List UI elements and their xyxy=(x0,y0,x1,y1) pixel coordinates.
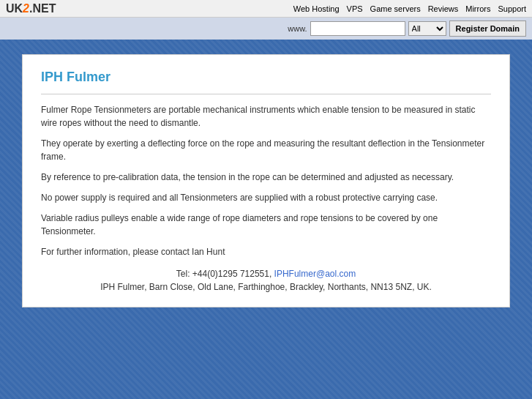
logo-net: .NET xyxy=(29,2,56,15)
logo-two: 2 xyxy=(23,2,29,15)
nav-support[interactable]: Support xyxy=(498,4,526,13)
www-label: www. xyxy=(288,24,307,33)
nav-reviews[interactable]: Reviews xyxy=(428,4,459,13)
tld-select[interactable]: All .com .net .org .co.uk xyxy=(408,21,446,36)
main: IPH Fulmer Fulmer Rope Tensionmeters are… xyxy=(0,40,532,322)
register-domain-button[interactable]: Register Domain xyxy=(449,20,526,37)
paragraph-3: By reference to pre-calibration data, th… xyxy=(41,171,491,184)
phone-text: Tel: +44(0)1295 712551, xyxy=(176,269,274,279)
contact-info: Tel: +44(0)1295 712551, IPHFulmer@aol.co… xyxy=(41,269,491,279)
paragraph-2: They operate by exerting a deflecting fo… xyxy=(41,137,491,163)
nav-web-hosting[interactable]: Web Hosting xyxy=(293,4,340,13)
logo: UK2.NET xyxy=(6,2,56,15)
header: UK2.NET Web Hosting VPS Game servers Rev… xyxy=(0,0,532,18)
divider xyxy=(41,94,491,94)
nav-game-servers[interactable]: Game servers xyxy=(370,4,421,13)
paragraph-5: Variable radius pulleys enable a wide ra… xyxy=(41,212,491,238)
logo-uk: UK xyxy=(6,2,23,15)
page-title: IPH Fulmer xyxy=(41,70,491,85)
nav-mirrors[interactable]: Mirrors xyxy=(465,4,490,13)
paragraph-6: For further information, please contact … xyxy=(41,245,491,258)
paragraph-4: No power supply is required and all Tens… xyxy=(41,191,491,204)
address-line: IPH Fulmer, Barn Close, Old Lane, Farthi… xyxy=(41,282,491,292)
paragraph-1: Fulmer Rope Tensionmeters are portable m… xyxy=(41,103,491,130)
contact-email-link[interactable]: IPHFulmer@aol.com xyxy=(274,269,356,279)
search-input[interactable] xyxy=(310,21,405,36)
content-box: IPH Fulmer Fulmer Rope Tensionmeters are… xyxy=(22,54,510,307)
nav-vps[interactable]: VPS xyxy=(347,4,363,13)
nav-links: Web Hosting VPS Game servers Reviews Mir… xyxy=(293,4,526,13)
search-bar: www. All .com .net .org .co.uk Register … xyxy=(0,18,532,40)
